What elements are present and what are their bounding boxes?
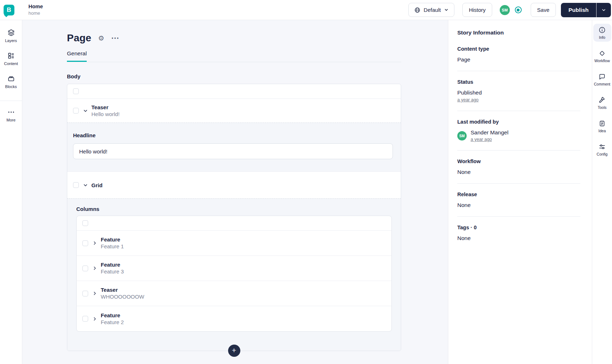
chevron-down-icon xyxy=(83,183,88,188)
logo-letter: B xyxy=(7,6,11,14)
release-value: None xyxy=(457,202,580,208)
block-row-teaser[interactable]: Teaser Hello world! xyxy=(67,99,401,123)
block-title: Grid xyxy=(91,182,103,189)
sidebar-divider xyxy=(0,101,22,101)
chevron-right-icon xyxy=(92,240,98,246)
select-all-row xyxy=(67,84,401,99)
block-subtitle: Feature 1 xyxy=(101,243,124,250)
status-value: Published xyxy=(457,89,580,96)
right-icon-rail: Info Workflow Comment Tools xyxy=(592,20,612,364)
language-selector[interactable]: Default xyxy=(408,3,455,17)
sidebar-item-content[interactable]: Content xyxy=(4,52,18,66)
select-all-row xyxy=(77,216,391,231)
columns-blocks-card: Feature Feature 1 Feature xyxy=(76,216,392,332)
block-title: Feature xyxy=(101,236,124,243)
comment-bubble-icon xyxy=(598,73,606,80)
config-sliders-icon xyxy=(598,143,606,151)
presence-indicator-icon[interactable] xyxy=(515,6,522,13)
globe-icon xyxy=(414,7,421,13)
workflow-label: Workflow xyxy=(457,158,580,164)
story-breadcrumb: Home home xyxy=(28,3,43,16)
content-type-value: Page xyxy=(457,56,580,63)
publish-button-group: Publish xyxy=(561,3,611,17)
rail-item-info[interactable]: Info xyxy=(593,24,611,42)
story-title: Home xyxy=(28,3,43,10)
rail-item-tools[interactable]: Tools xyxy=(593,94,611,112)
storyblok-logo-icon[interactable]: B xyxy=(4,5,14,15)
sidebar-item-blocks[interactable]: Blocks xyxy=(5,75,17,89)
story-slug: home xyxy=(28,10,43,16)
chevron-right-icon xyxy=(92,266,98,271)
block-title: Feature xyxy=(101,261,124,268)
settings-gear-icon[interactable]: ⚙ xyxy=(98,34,104,42)
block-row-grid[interactable]: Grid xyxy=(67,171,401,198)
columns-field-label: Columns xyxy=(76,206,392,212)
body-blocks-card: Teaser Hello world! Headline Grid Column… xyxy=(67,84,401,351)
block-row-feature-3[interactable]: Feature Feature 3 xyxy=(77,256,391,281)
sidebar-item-more[interactable]: More xyxy=(6,108,15,122)
chevron-down-icon xyxy=(83,108,88,114)
block-row-feature-1[interactable]: Feature Feature 1 xyxy=(77,231,391,256)
app-window: B Home home Default History SM Save xyxy=(0,0,612,364)
block-checkbox[interactable] xyxy=(73,108,79,114)
history-button[interactable]: History xyxy=(462,3,492,17)
rail-item-comment[interactable]: Comment xyxy=(593,70,611,88)
panel-heading: Story Information xyxy=(457,29,580,36)
left-sidebar: Layers Content Blocks More xyxy=(0,20,22,364)
release-section: Release None xyxy=(457,192,580,217)
tab-general[interactable]: General xyxy=(67,50,87,62)
tags-section: Tags · 0 None xyxy=(457,225,580,249)
block-checkbox[interactable] xyxy=(82,291,88,296)
chevron-right-icon xyxy=(92,291,98,296)
status-section: Status Published a year ago xyxy=(457,79,580,111)
status-label: Status xyxy=(457,79,580,85)
block-checkbox[interactable] xyxy=(82,240,88,246)
block-checkbox[interactable] xyxy=(82,266,88,271)
modified-time-link[interactable]: a year ago xyxy=(471,137,492,142)
headline-input[interactable] xyxy=(73,143,393,159)
last-modified-label: Last modified by xyxy=(457,119,580,125)
block-subtitle: WHOOOOOOOW xyxy=(101,293,144,300)
publish-button[interactable]: Publish xyxy=(561,3,596,17)
info-icon xyxy=(598,26,606,34)
status-time-link[interactable]: a year ago xyxy=(457,97,479,102)
content-type-label: Content type xyxy=(457,46,580,52)
editor-tabs: General xyxy=(67,50,401,62)
block-checkbox[interactable] xyxy=(73,182,79,188)
user-avatar[interactable]: SM xyxy=(500,5,510,15)
chevron-down-icon xyxy=(601,8,606,13)
content-type-section: Content type Page xyxy=(457,46,580,71)
sidebar-item-layers[interactable]: Layers xyxy=(5,29,17,43)
teaser-expanded-panel: Headline xyxy=(67,123,401,171)
select-all-checkbox[interactable] xyxy=(73,88,79,94)
block-title: Feature xyxy=(101,312,124,319)
more-dots-icon xyxy=(7,108,15,116)
rail-item-idea[interactable]: Idea xyxy=(593,117,611,135)
layers-icon xyxy=(7,29,15,37)
page-title: Page xyxy=(67,32,91,44)
block-row-teaser-2[interactable]: Teaser WHOOOOOOOW xyxy=(77,281,391,306)
blocks-icon xyxy=(7,75,15,83)
modified-user-name: Sander Mangel xyxy=(471,129,508,136)
save-button[interactable]: Save xyxy=(531,3,556,17)
idea-notepad-icon xyxy=(598,120,606,127)
block-checkbox[interactable] xyxy=(82,316,88,322)
block-row-feature-2[interactable]: Feature Feature 2 xyxy=(77,306,391,331)
publish-menu-button[interactable] xyxy=(596,3,611,17)
block-title: Teaser xyxy=(101,286,144,293)
chevron-down-icon xyxy=(444,8,449,12)
block-subtitle: Feature 3 xyxy=(101,268,124,275)
tags-value: None xyxy=(457,235,580,241)
editor-main: Page ⚙ ⋯ General Body Teaser Hel xyxy=(22,20,448,364)
chevron-right-icon xyxy=(92,316,98,322)
add-block-button[interactable]: + xyxy=(228,345,240,357)
select-all-checkbox[interactable] xyxy=(82,220,88,226)
rail-item-workflow[interactable]: Workflow xyxy=(593,47,611,65)
block-subtitle: Feature 2 xyxy=(101,319,124,326)
body-field-label: Body xyxy=(67,73,448,79)
workflow-section: Workflow None xyxy=(457,158,580,184)
language-label: Default xyxy=(424,7,441,13)
page-options-icon[interactable]: ⋯ xyxy=(111,33,119,43)
block-title: Teaser xyxy=(91,104,119,111)
rail-item-config[interactable]: Config xyxy=(593,140,611,158)
